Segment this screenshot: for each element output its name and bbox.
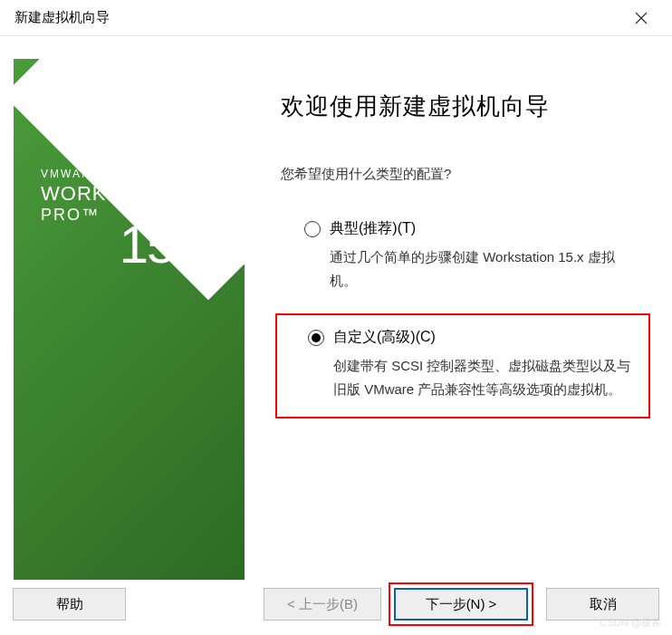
- content-area: VMWARE WORKSTATION PRO™ 15.5 欢迎使用新建虚拟机向导…: [0, 36, 672, 581]
- radio-custom[interactable]: [308, 330, 324, 346]
- highlight-custom-option: 自定义(高级)(C) 创建带有 SCSI 控制器类型、虚拟磁盘类型以及与旧版 V…: [275, 313, 650, 419]
- option-typical-title: 典型(推荐)(T): [330, 219, 636, 238]
- option-body: 自定义(高级)(C) 创建带有 SCSI 控制器类型、虚拟磁盘类型以及与旧版 V…: [333, 328, 632, 400]
- wizard-window: 新建虚拟机向导 VMWARE WORKSTATION PRO™ 15.5 欢迎使…: [0, 0, 672, 635]
- back-button[interactable]: < 上一步(B): [264, 588, 381, 621]
- footer-buttons: 帮助 < 上一步(B) 下一步(N) > 取消: [0, 581, 672, 635]
- brand-pro: PRO™: [41, 206, 100, 225]
- close-icon: [635, 12, 648, 24]
- option-custom-desc: 创建带有 SCSI 控制器类型、虚拟磁盘类型以及与旧版 VMware 产品兼容性…: [333, 354, 632, 400]
- main-panel: 欢迎使用新建虚拟机向导 您希望使用什么类型的配置? 典型(推荐)(T) 通过几个…: [245, 36, 672, 581]
- radio-typical[interactable]: [304, 221, 321, 237]
- brand-workstation: WORKSTATION: [41, 182, 197, 206]
- brand-block: VMWARE WORKSTATION PRO™ 15.5: [41, 168, 197, 274]
- highlight-next-button: 下一步(N) >: [389, 582, 533, 626]
- titlebar: 新建虚拟机向导: [0, 0, 672, 36]
- close-button[interactable]: [623, 0, 659, 36]
- brand-vmware: VMWARE: [41, 168, 197, 180]
- next-button[interactable]: 下一步(N) >: [394, 588, 528, 621]
- option-body: 典型(推荐)(T) 通过几个简单的步骤创建 Workstation 15.x 虚…: [330, 219, 636, 292]
- option-typical[interactable]: 典型(推荐)(T) 通过几个简单的步骤创建 Workstation 15.x 虚…: [281, 219, 645, 292]
- config-prompt: 您希望使用什么类型的配置?: [281, 166, 645, 183]
- watermark: CSDN @极客: [600, 616, 661, 630]
- option-custom-title: 自定义(高级)(C): [333, 328, 632, 347]
- help-button[interactable]: 帮助: [13, 588, 126, 621]
- option-typical-desc: 通过几个简单的步骤创建 Workstation 15.x 虚拟机。: [330, 245, 636, 292]
- page-heading: 欢迎使用新建虚拟机向导: [281, 91, 645, 122]
- window-title: 新建虚拟机向导: [14, 9, 110, 26]
- option-custom[interactable]: 自定义(高级)(C) 创建带有 SCSI 控制器类型、虚拟磁盘类型以及与旧版 V…: [284, 328, 641, 400]
- sidebar-brand-panel: VMWARE WORKSTATION PRO™ 15.5: [14, 59, 245, 580]
